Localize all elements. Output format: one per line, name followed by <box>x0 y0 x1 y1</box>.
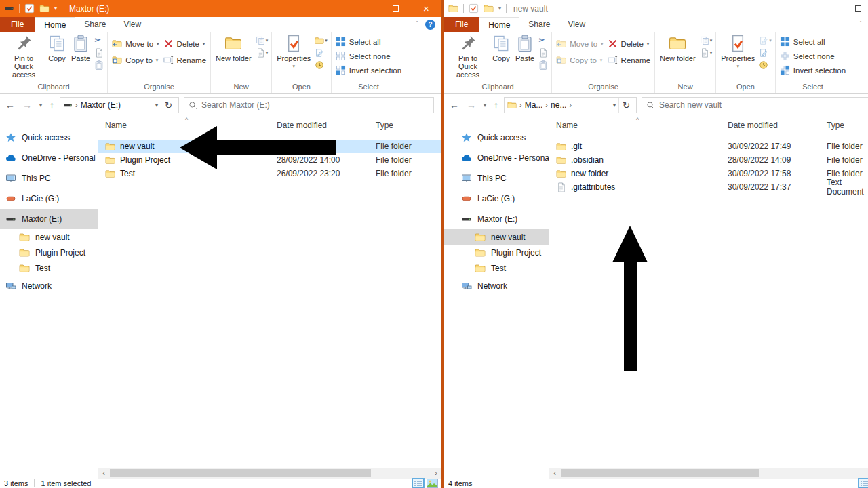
delete-button[interactable]: Delete ▾ <box>606 38 652 49</box>
address-dropdown[interactable]: ▾ <box>155 102 158 108</box>
recent-locations-dropdown[interactable]: ▾ <box>39 102 42 108</box>
tab-file[interactable]: File <box>0 17 35 32</box>
details-view-button[interactable] <box>412 479 424 488</box>
sidebar-item-network[interactable]: Network <box>0 276 98 296</box>
select-all-button[interactable]: Select all <box>334 36 403 47</box>
thumbnail-view-button[interactable] <box>427 479 438 488</box>
search-box[interactable] <box>184 97 434 113</box>
sidebar-item-plugin-project[interactable]: Plugin Project <box>0 245 98 260</box>
forward-button[interactable]: → <box>467 100 476 110</box>
paste-button[interactable]: Paste <box>68 32 93 79</box>
invert-selection-button[interactable]: Invert selection <box>334 64 403 76</box>
cut-button[interactable]: ✂ <box>94 35 102 45</box>
tab-home[interactable]: Home <box>35 17 75 33</box>
sidebar-item-new-vault[interactable]: new vault <box>444 229 549 245</box>
scroll-left-arrow[interactable]: ‹ <box>549 468 560 479</box>
tab-share[interactable]: Share <box>75 17 115 32</box>
close-button[interactable]: × <box>411 0 441 17</box>
sidebar-item-test[interactable]: Test <box>444 260 549 276</box>
pin-to-quick-access-button[interactable]: Pin to Quick access <box>446 32 490 79</box>
sidebar-item-this-pc[interactable]: This PC <box>0 168 98 188</box>
column-header-date-modified[interactable]: Date modified <box>724 117 821 134</box>
copy-button[interactable]: Copy <box>490 32 513 79</box>
sidebar-item-plugin-project[interactable]: Plugin Project <box>444 245 549 260</box>
paste-shortcut-button[interactable] <box>94 60 104 70</box>
address-box[interactable]: › Ma... › ne... › ▾ ↻ <box>504 97 637 113</box>
sidebar-item-quick-access[interactable]: Quick access <box>0 127 98 148</box>
sidebar-item-lacie[interactable]: LaCie (G:) <box>444 188 549 209</box>
paste-shortcut-button[interactable] <box>538 60 548 70</box>
search-box[interactable] <box>642 97 868 113</box>
file-row-gitattributes[interactable]: .gitattributes 30/09/2022 17:37 Text Doc… <box>549 180 868 194</box>
refresh-button[interactable]: ↻ <box>618 98 633 113</box>
open-button[interactable]: ▾ <box>759 35 772 45</box>
forward-button[interactable]: → <box>22 100 32 110</box>
quick-access-checkbox-icon[interactable] <box>469 3 479 14</box>
tab-view[interactable]: View <box>115 17 150 32</box>
sidebar-item-onedrive[interactable]: OneDrive - Personal <box>0 148 98 168</box>
copy-to-button[interactable]: Copy to ▾ <box>554 54 605 66</box>
up-button[interactable]: ↑ <box>494 100 498 110</box>
easy-access-button[interactable]: ▾ <box>256 35 269 45</box>
details-view-button[interactable] <box>859 479 868 488</box>
file-row-git[interactable]: .git 30/09/2022 17:49 File folder <box>549 140 868 153</box>
edit-button[interactable] <box>315 47 324 58</box>
history-button[interactable] <box>759 60 768 70</box>
paste-button[interactable]: Paste <box>513 32 537 79</box>
file-row-plugin-project[interactable]: Plugin Project 28/09/2022 14:00 File fol… <box>98 153 441 167</box>
horizontal-scrollbar[interactable]: ‹ <box>549 468 868 479</box>
up-button[interactable]: ↑ <box>50 100 54 110</box>
rename-button[interactable]: Rename <box>606 54 652 66</box>
properties-button[interactable]: Properties ▾ <box>718 32 757 79</box>
cut-button[interactable]: ✂ <box>538 35 546 45</box>
new-folder-button[interactable]: New folder <box>213 32 254 79</box>
file-row-obsidian[interactable]: .obsidian 28/09/2022 14:09 File folder <box>549 153 868 167</box>
new-folder-button[interactable]: New folder <box>657 32 698 79</box>
select-all-button[interactable]: Select all <box>778 36 848 47</box>
quick-access-toolbar-dropdown[interactable]: ▾ <box>498 5 501 12</box>
open-button[interactable]: ▾ <box>315 35 328 45</box>
tab-file[interactable]: File <box>444 17 479 32</box>
sidebar-item-new-vault[interactable]: new vault <box>0 229 98 245</box>
minimize-button[interactable]: — <box>812 0 843 17</box>
minimize-button[interactable]: — <box>350 0 380 17</box>
file-row-new-folder[interactable]: new folder 30/09/2022 17:58 File folder <box>549 167 868 180</box>
scroll-left-arrow[interactable]: ‹ <box>98 468 109 479</box>
scroll-right-arrow[interactable]: › <box>431 468 441 479</box>
sidebar-item-onedrive[interactable]: OneDrive - Personal <box>444 148 549 168</box>
horizontal-scrollbar[interactable]: ‹ › <box>98 468 441 479</box>
tab-view[interactable]: View <box>559 17 594 32</box>
quick-access-checkbox-icon[interactable] <box>24 3 35 14</box>
copy-to-button[interactable]: Copy to ▾ <box>110 54 161 66</box>
column-header-type[interactable]: Type <box>370 117 441 134</box>
maximize-button[interactable] <box>380 0 411 17</box>
help-icon[interactable]: ? <box>425 20 435 30</box>
new-item-button[interactable]: ▾ <box>700 47 713 58</box>
rename-button[interactable]: Rename <box>161 54 208 66</box>
sidebar-item-maxtor[interactable]: Maxtor (E:) <box>444 209 549 229</box>
breadcrumb-drive[interactable]: Maxtor (E:) <box>81 100 121 110</box>
copy-path-button[interactable] <box>538 47 548 58</box>
breadcrumb-drive[interactable]: Ma... <box>525 100 543 110</box>
recent-locations-dropdown[interactable]: ▾ <box>484 102 486 108</box>
history-button[interactable] <box>315 60 324 70</box>
move-to-button[interactable]: Move to ▾ <box>110 38 161 49</box>
address-dropdown[interactable]: ▾ <box>613 102 616 108</box>
back-button[interactable]: ← <box>5 100 15 110</box>
easy-access-button[interactable]: ▾ <box>700 35 713 45</box>
sidebar-item-this-pc[interactable]: This PC <box>444 168 549 188</box>
search-input[interactable] <box>659 100 864 110</box>
quick-access-folder-icon[interactable] <box>39 3 50 14</box>
back-button[interactable]: ← <box>450 100 459 110</box>
file-row-new-vault[interactable]: new vault File folder <box>98 140 441 153</box>
scrollbar-thumb[interactable] <box>110 469 371 477</box>
minimize-ribbon-icon[interactable]: ˆ <box>859 20 862 28</box>
column-header-type[interactable]: Type <box>821 117 868 134</box>
delete-button[interactable]: Delete ▾ <box>161 38 208 49</box>
search-input[interactable] <box>201 100 429 110</box>
quick-access-toolbar-dropdown[interactable]: ▾ <box>54 5 57 12</box>
tab-home[interactable]: Home <box>479 17 519 33</box>
invert-selection-button[interactable]: Invert selection <box>778 64 848 76</box>
move-to-button[interactable]: Move to ▾ <box>554 38 605 49</box>
column-header-date-modified[interactable]: Date modified <box>273 117 370 134</box>
